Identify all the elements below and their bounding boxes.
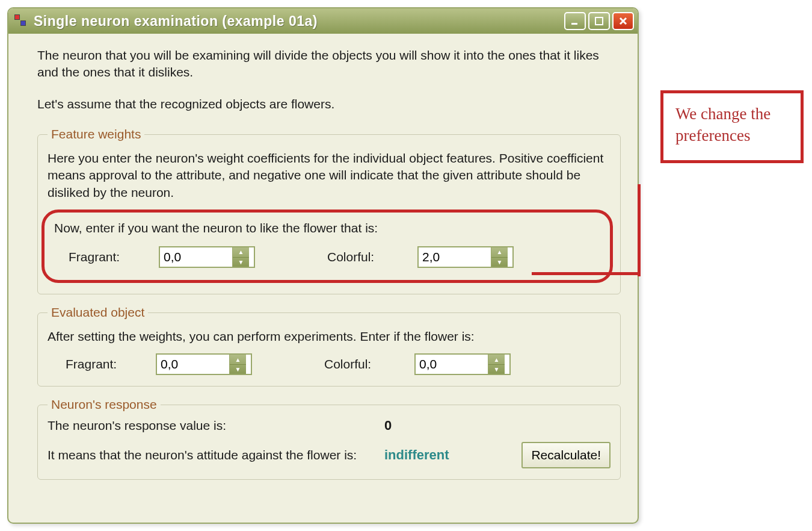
evaluated-object-legend: Evaluated object — [48, 305, 148, 320]
maximize-button[interactable] — [588, 12, 610, 30]
weights-fragrant-input[interactable] — [160, 247, 232, 267]
response-value: 0 — [384, 418, 505, 433]
app-icon — [14, 14, 28, 28]
spinner-up-icon[interactable]: ▲ — [233, 247, 249, 258]
weights-input-row: Fragrant: ▲ ▼ Colorful: — [51, 246, 604, 268]
spinner-down-icon[interactable]: ▼ — [230, 365, 246, 374]
weights-fragrant-label: Fragrant: — [69, 250, 159, 264]
spinner-down-icon[interactable]: ▼ — [233, 258, 249, 267]
feature-weights-legend: Feature weights — [48, 127, 144, 141]
app-window: Single neuron examination (example 01a) … — [7, 7, 639, 524]
weights-highlight-region: Now, enter if you want the neuron to lik… — [42, 210, 613, 283]
weights-fragrant-spinner[interactable]: ▲ ▼ — [159, 246, 255, 268]
neuron-response-group: Neuron's response The neuron's response … — [37, 397, 621, 480]
svg-rect-0 — [571, 23, 577, 25]
svg-rect-1 — [595, 17, 603, 25]
evaluated-input-row: Fragrant: ▲ ▼ Colorful: ▲ — [48, 353, 611, 375]
close-button[interactable] — [612, 12, 634, 30]
intro-text: The neuron that you will be examining wi… — [37, 47, 621, 113]
recalculate-button[interactable]: Recalculate! — [521, 442, 611, 468]
evaluated-fragrant-pair: Fragrant: ▲ ▼ — [66, 353, 324, 375]
window-title: Single neuron examination (example 01a) — [34, 13, 564, 30]
weights-prompt: Now, enter if you want the neuron to lik… — [54, 221, 604, 235]
evaluated-colorful-spinner[interactable]: ▲ ▼ — [414, 353, 511, 375]
window-controls — [564, 12, 634, 30]
response-attitude-label: It means that the neuron's attitude agai… — [48, 448, 384, 462]
response-value-label: The neuron's response value is: — [48, 418, 384, 433]
content-area: The neuron that you will be examining wi… — [8, 34, 638, 503]
feature-weights-description: Here you enter the neuron's weight coeff… — [48, 150, 611, 201]
weights-colorful-pair: Colorful: ▲ ▼ — [327, 246, 586, 268]
evaluated-colorful-label: Colorful: — [324, 357, 414, 371]
titlebar[interactable]: Single neuron examination (example 01a) — [8, 8, 638, 34]
evaluated-fragrant-label: Fragrant: — [66, 357, 156, 371]
weights-colorful-input[interactable] — [419, 247, 491, 267]
feature-weights-group: Feature weights Here you enter the neuro… — [37, 127, 621, 294]
annotation-callout: We change the preferences — [660, 90, 804, 163]
evaluated-colorful-pair: Colorful: ▲ ▼ — [324, 353, 583, 375]
evaluated-object-description: After setting the weights, you can perfo… — [48, 328, 611, 345]
spinner-up-icon[interactable]: ▲ — [230, 355, 246, 365]
weights-fragrant-pair: Fragrant: ▲ ▼ — [69, 246, 327, 268]
evaluated-fragrant-input[interactable] — [157, 355, 229, 374]
spinner-down-icon[interactable]: ▼ — [488, 365, 505, 374]
intro-paragraph-1: The neuron that you will be examining wi… — [37, 47, 621, 81]
evaluated-fragrant-spinner[interactable]: ▲ ▼ — [156, 353, 252, 375]
weights-colorful-spinner[interactable]: ▲ ▼ — [417, 246, 514, 268]
weights-colorful-label: Colorful: — [327, 250, 417, 264]
intro-paragraph-2: Let's assume that the recognized objects… — [37, 96, 621, 113]
evaluated-object-group: Evaluated object After setting the weigh… — [37, 305, 621, 387]
spinner-up-icon[interactable]: ▲ — [491, 247, 508, 258]
spinner-up-icon[interactable]: ▲ — [488, 355, 505, 365]
neuron-response-legend: Neuron's response — [48, 397, 161, 412]
minimize-button[interactable] — [564, 12, 586, 30]
spinner-down-icon[interactable]: ▼ — [491, 258, 508, 267]
annotation-text: We change the preferences — [675, 105, 770, 144]
response-attitude: indifferent — [384, 447, 505, 463]
evaluated-colorful-input[interactable] — [416, 355, 488, 374]
